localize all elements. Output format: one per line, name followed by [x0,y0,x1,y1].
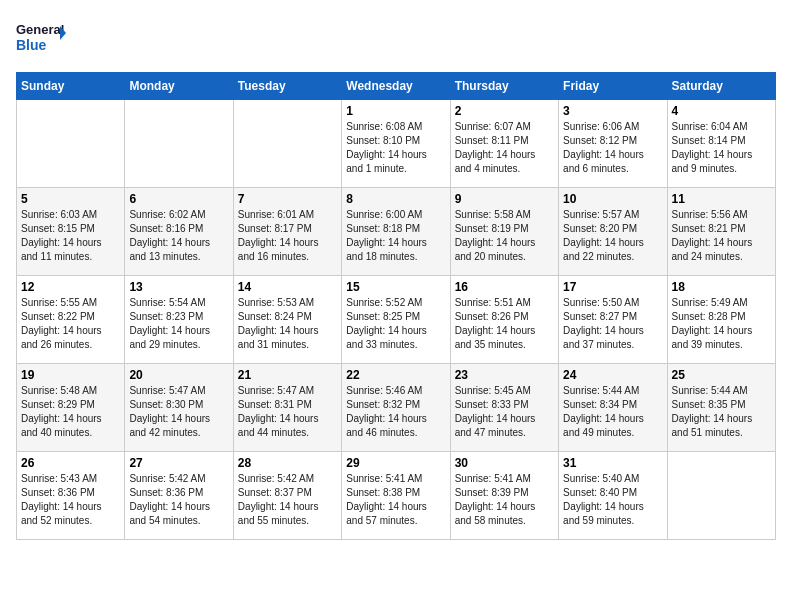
day-cell: 27Sunrise: 5:42 AM Sunset: 8:36 PM Dayli… [125,452,233,540]
day-number: 31 [563,456,662,470]
day-number: 24 [563,368,662,382]
day-cell: 30Sunrise: 5:41 AM Sunset: 8:39 PM Dayli… [450,452,558,540]
svg-text:Blue: Blue [16,37,47,53]
day-cell: 4Sunrise: 6:04 AM Sunset: 8:14 PM Daylig… [667,100,775,188]
day-detail: Sunrise: 5:57 AM Sunset: 8:20 PM Dayligh… [563,208,662,264]
day-detail: Sunrise: 5:56 AM Sunset: 8:21 PM Dayligh… [672,208,771,264]
day-cell: 25Sunrise: 5:44 AM Sunset: 8:35 PM Dayli… [667,364,775,452]
day-number: 20 [129,368,228,382]
day-cell [125,100,233,188]
day-detail: Sunrise: 5:42 AM Sunset: 8:37 PM Dayligh… [238,472,337,528]
day-cell: 7Sunrise: 6:01 AM Sunset: 8:17 PM Daylig… [233,188,341,276]
day-detail: Sunrise: 5:47 AM Sunset: 8:31 PM Dayligh… [238,384,337,440]
day-cell: 29Sunrise: 5:41 AM Sunset: 8:38 PM Dayli… [342,452,450,540]
day-number: 7 [238,192,337,206]
day-detail: Sunrise: 5:42 AM Sunset: 8:36 PM Dayligh… [129,472,228,528]
day-detail: Sunrise: 5:54 AM Sunset: 8:23 PM Dayligh… [129,296,228,352]
day-cell: 3Sunrise: 6:06 AM Sunset: 8:12 PM Daylig… [559,100,667,188]
day-cell: 13Sunrise: 5:54 AM Sunset: 8:23 PM Dayli… [125,276,233,364]
day-detail: Sunrise: 5:49 AM Sunset: 8:28 PM Dayligh… [672,296,771,352]
day-detail: Sunrise: 5:51 AM Sunset: 8:26 PM Dayligh… [455,296,554,352]
day-number: 16 [455,280,554,294]
week-row-5: 26Sunrise: 5:43 AM Sunset: 8:36 PM Dayli… [17,452,776,540]
day-detail: Sunrise: 6:00 AM Sunset: 8:18 PM Dayligh… [346,208,445,264]
day-number: 19 [21,368,120,382]
day-number: 18 [672,280,771,294]
day-number: 29 [346,456,445,470]
day-detail: Sunrise: 5:48 AM Sunset: 8:29 PM Dayligh… [21,384,120,440]
col-header-tuesday: Tuesday [233,73,341,100]
day-detail: Sunrise: 5:55 AM Sunset: 8:22 PM Dayligh… [21,296,120,352]
day-cell: 5Sunrise: 6:03 AM Sunset: 8:15 PM Daylig… [17,188,125,276]
week-row-1: 1Sunrise: 6:08 AM Sunset: 8:10 PM Daylig… [17,100,776,188]
day-number: 22 [346,368,445,382]
col-header-sunday: Sunday [17,73,125,100]
day-number: 14 [238,280,337,294]
calendar-table: SundayMondayTuesdayWednesdayThursdayFrid… [16,72,776,540]
day-cell: 8Sunrise: 6:00 AM Sunset: 8:18 PM Daylig… [342,188,450,276]
day-detail: Sunrise: 5:53 AM Sunset: 8:24 PM Dayligh… [238,296,337,352]
day-number: 30 [455,456,554,470]
day-number: 12 [21,280,120,294]
day-cell: 14Sunrise: 5:53 AM Sunset: 8:24 PM Dayli… [233,276,341,364]
col-header-saturday: Saturday [667,73,775,100]
day-number: 23 [455,368,554,382]
svg-text:General: General [16,22,64,37]
day-number: 9 [455,192,554,206]
day-cell [233,100,341,188]
day-cell: 19Sunrise: 5:48 AM Sunset: 8:29 PM Dayli… [17,364,125,452]
logo-icon: General Blue [16,16,66,60]
day-cell: 23Sunrise: 5:45 AM Sunset: 8:33 PM Dayli… [450,364,558,452]
day-detail: Sunrise: 6:02 AM Sunset: 8:16 PM Dayligh… [129,208,228,264]
day-cell: 26Sunrise: 5:43 AM Sunset: 8:36 PM Dayli… [17,452,125,540]
day-number: 5 [21,192,120,206]
day-cell: 6Sunrise: 6:02 AM Sunset: 8:16 PM Daylig… [125,188,233,276]
day-detail: Sunrise: 6:08 AM Sunset: 8:10 PM Dayligh… [346,120,445,176]
header-row: SundayMondayTuesdayWednesdayThursdayFrid… [17,73,776,100]
day-cell: 10Sunrise: 5:57 AM Sunset: 8:20 PM Dayli… [559,188,667,276]
day-detail: Sunrise: 5:44 AM Sunset: 8:35 PM Dayligh… [672,384,771,440]
day-cell: 9Sunrise: 5:58 AM Sunset: 8:19 PM Daylig… [450,188,558,276]
day-detail: Sunrise: 6:06 AM Sunset: 8:12 PM Dayligh… [563,120,662,176]
day-cell: 1Sunrise: 6:08 AM Sunset: 8:10 PM Daylig… [342,100,450,188]
day-detail: Sunrise: 6:03 AM Sunset: 8:15 PM Dayligh… [21,208,120,264]
day-cell: 2Sunrise: 6:07 AM Sunset: 8:11 PM Daylig… [450,100,558,188]
day-number: 13 [129,280,228,294]
week-row-3: 12Sunrise: 5:55 AM Sunset: 8:22 PM Dayli… [17,276,776,364]
day-cell [17,100,125,188]
day-cell: 18Sunrise: 5:49 AM Sunset: 8:28 PM Dayli… [667,276,775,364]
week-row-4: 19Sunrise: 5:48 AM Sunset: 8:29 PM Dayli… [17,364,776,452]
day-cell: 22Sunrise: 5:46 AM Sunset: 8:32 PM Dayli… [342,364,450,452]
day-number: 1 [346,104,445,118]
day-cell: 28Sunrise: 5:42 AM Sunset: 8:37 PM Dayli… [233,452,341,540]
day-cell: 21Sunrise: 5:47 AM Sunset: 8:31 PM Dayli… [233,364,341,452]
day-cell: 16Sunrise: 5:51 AM Sunset: 8:26 PM Dayli… [450,276,558,364]
day-number: 26 [21,456,120,470]
col-header-friday: Friday [559,73,667,100]
day-number: 2 [455,104,554,118]
day-number: 8 [346,192,445,206]
day-cell [667,452,775,540]
day-number: 15 [346,280,445,294]
day-number: 17 [563,280,662,294]
day-detail: Sunrise: 5:47 AM Sunset: 8:30 PM Dayligh… [129,384,228,440]
day-detail: Sunrise: 5:45 AM Sunset: 8:33 PM Dayligh… [455,384,554,440]
logo: General Blue [16,16,66,60]
day-cell: 17Sunrise: 5:50 AM Sunset: 8:27 PM Dayli… [559,276,667,364]
col-header-wednesday: Wednesday [342,73,450,100]
day-detail: Sunrise: 6:01 AM Sunset: 8:17 PM Dayligh… [238,208,337,264]
day-cell: 20Sunrise: 5:47 AM Sunset: 8:30 PM Dayli… [125,364,233,452]
day-number: 25 [672,368,771,382]
day-detail: Sunrise: 5:58 AM Sunset: 8:19 PM Dayligh… [455,208,554,264]
page-header: General Blue [16,16,776,60]
day-number: 6 [129,192,228,206]
day-detail: Sunrise: 6:04 AM Sunset: 8:14 PM Dayligh… [672,120,771,176]
day-detail: Sunrise: 5:52 AM Sunset: 8:25 PM Dayligh… [346,296,445,352]
day-number: 11 [672,192,771,206]
week-row-2: 5Sunrise: 6:03 AM Sunset: 8:15 PM Daylig… [17,188,776,276]
day-cell: 15Sunrise: 5:52 AM Sunset: 8:25 PM Dayli… [342,276,450,364]
day-cell: 12Sunrise: 5:55 AM Sunset: 8:22 PM Dayli… [17,276,125,364]
day-number: 28 [238,456,337,470]
day-detail: Sunrise: 5:43 AM Sunset: 8:36 PM Dayligh… [21,472,120,528]
col-header-thursday: Thursday [450,73,558,100]
